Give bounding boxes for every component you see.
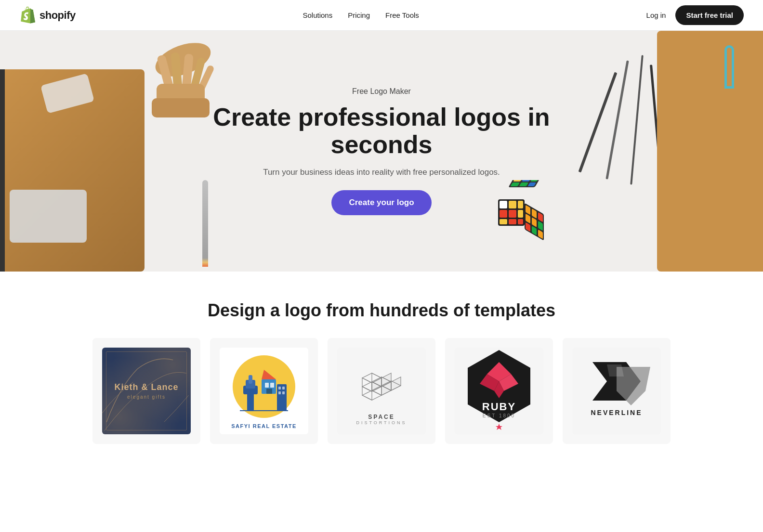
hero-title: Create professional logos in seconds bbox=[213, 104, 550, 158]
neverline-logo-svg: NEVERLINE bbox=[578, 352, 655, 429]
template-card-ruby[interactable]: RUBY EST 1800 bbox=[445, 338, 553, 444]
templates-section: Design a logo from hundreds of templates bbox=[0, 272, 763, 463]
nav-free-tools[interactable]: Free Tools bbox=[385, 11, 419, 19]
svg-text:NEVERLINE: NEVERLINE bbox=[591, 409, 642, 416]
svg-marker-68 bbox=[391, 377, 401, 390]
svg-text:EST 1800: EST 1800 bbox=[483, 413, 515, 418]
nav-right: Log in Start free trial bbox=[646, 5, 744, 25]
hero-subtitle: Free Logo Maker bbox=[352, 87, 411, 96]
templates-grid: Kieth & Lance elegant gifts bbox=[92, 338, 671, 444]
template-card-safyi[interactable]: SAFYI REAL ESTATE bbox=[210, 338, 318, 444]
svg-text:RUBY: RUBY bbox=[482, 401, 516, 413]
template-card-kieth-lance[interactable]: Kieth & Lance elegant gifts bbox=[92, 338, 200, 444]
svg-rect-49 bbox=[278, 387, 281, 389]
start-free-trial-button[interactable]: Start free trial bbox=[675, 5, 744, 25]
login-link[interactable]: Log in bbox=[646, 11, 666, 19]
shopify-wordmark: shopify bbox=[39, 9, 76, 22]
svg-rect-42 bbox=[249, 375, 252, 384]
shopify-logo[interactable]: shopify bbox=[19, 6, 76, 25]
svg-rect-46 bbox=[270, 383, 274, 388]
svg-rect-47 bbox=[266, 389, 272, 394]
kieth-lance-logo: Kieth & Lance elegant gifts bbox=[102, 348, 191, 434]
hero-section: Free Logo Maker Create professional logo… bbox=[0, 31, 763, 272]
svg-rect-50 bbox=[282, 387, 285, 389]
svg-rect-45 bbox=[265, 383, 269, 388]
svg-rect-51 bbox=[278, 391, 281, 394]
hero-description: Turn your business ideas into reality wi… bbox=[263, 166, 500, 179]
templates-section-title: Design a logo from hundreds of templates bbox=[19, 300, 744, 321]
space-distortions-logo bbox=[353, 357, 410, 410]
kieth-lance-name: Kieth & Lance bbox=[114, 382, 178, 392]
shopify-bag-icon bbox=[19, 6, 36, 25]
hero-content: Free Logo Maker Create professional logo… bbox=[203, 58, 560, 244]
safyi-logo-svg bbox=[230, 353, 298, 420]
svg-rect-52 bbox=[282, 391, 285, 394]
space-label: SPACE bbox=[368, 414, 395, 420]
svg-marker-61 bbox=[362, 387, 372, 400]
distortions-label: DISTORTIONS bbox=[356, 420, 407, 425]
navbar: shopify Solutions Pricing Free Tools Log… bbox=[0, 0, 763, 31]
ruby-logo-svg: RUBY EST 1800 bbox=[460, 348, 538, 434]
nav-links: Solutions Pricing Free Tools bbox=[303, 11, 419, 19]
create-logo-button[interactable]: Create your logo bbox=[331, 190, 431, 215]
svg-marker-65 bbox=[372, 378, 382, 391]
nav-solutions[interactable]: Solutions bbox=[303, 11, 332, 19]
svg-marker-60 bbox=[362, 378, 372, 391]
template-card-neverline[interactable]: NEVERLINE bbox=[563, 338, 671, 444]
svg-marker-79 bbox=[607, 364, 624, 376]
nav-pricing[interactable]: Pricing bbox=[348, 11, 370, 19]
svg-marker-76 bbox=[496, 424, 502, 430]
kieth-lance-sub: elegant gifts bbox=[127, 394, 166, 400]
template-card-space[interactable]: SPACE DISTORTIONS bbox=[328, 338, 435, 444]
safyi-label: SAFYI REAL ESTATE bbox=[231, 423, 297, 429]
